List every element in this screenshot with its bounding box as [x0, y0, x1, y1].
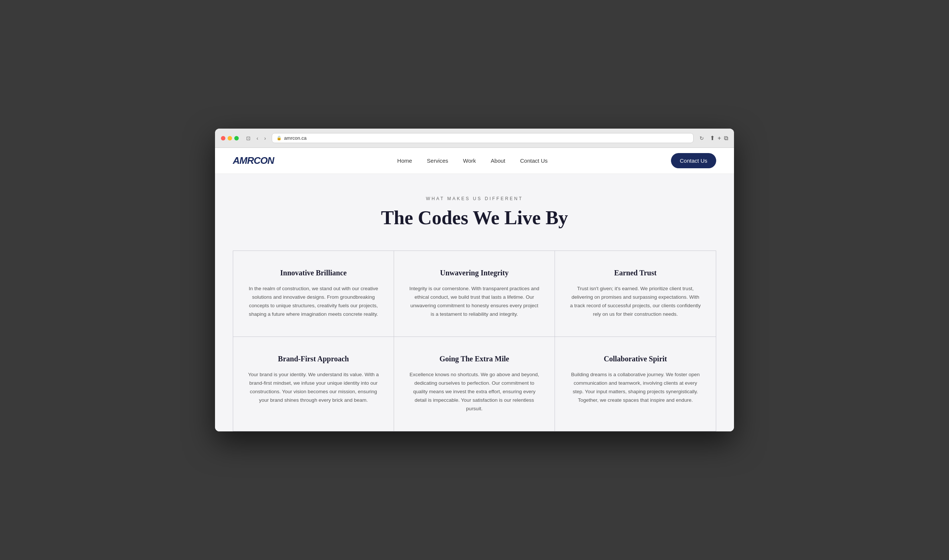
grid-cell-unwavering-integrity: Unwavering Integrity Integrity is our co…	[394, 251, 555, 337]
forward-button[interactable]: ›	[263, 135, 268, 142]
cell-title-collaborative-spirit: Collaborative Spirit	[570, 355, 701, 363]
url-text: amrcon.ca	[284, 135, 306, 141]
cell-body-unwavering-integrity: Integrity is our cornerstone. With trans…	[409, 285, 540, 319]
back-button[interactable]: ‹	[255, 135, 260, 142]
reload-button[interactable]: ↻	[698, 135, 706, 142]
grid-cell-earned-trust: Earned Trust Trust isn't given; it's ear…	[555, 251, 716, 337]
cell-body-collaborative-spirit: Building dreams is a collaborative journ…	[570, 371, 701, 405]
nav-work[interactable]: Work	[463, 157, 476, 164]
nav-home[interactable]: Home	[397, 157, 412, 164]
hero-title: The Codes We Live By	[233, 207, 716, 228]
grid-cell-brand-first: Brand-First Approach Your brand is your …	[233, 337, 394, 431]
browser-actions: ⬆ + ⧉	[710, 135, 728, 142]
minimize-button[interactable]	[228, 136, 232, 140]
cell-title-unwavering-integrity: Unwavering Integrity	[409, 269, 540, 277]
nav-services[interactable]: Services	[427, 157, 449, 164]
browser-controls: ⊡ ‹ ›	[245, 135, 267, 142]
hero-section: WHAT MAKES US DIFFERENT The Codes We Liv…	[215, 174, 734, 243]
share-button[interactable]: ⬆	[710, 135, 715, 142]
new-tab-button[interactable]: +	[718, 135, 721, 142]
grid-cell-collaborative-spirit: Collaborative Spirit Building dreams is …	[555, 337, 716, 431]
windows-button[interactable]: ⧉	[724, 135, 728, 142]
cell-body-extra-mile: Excellence knows no shortcuts. We go abo…	[409, 371, 540, 413]
logo: AMRCON	[233, 155, 274, 166]
close-button[interactable]	[221, 136, 225, 140]
sidebar-toggle[interactable]: ⊡	[245, 135, 252, 142]
grid-cell-innovative-brilliance: Innovative Brilliance In the realm of co…	[233, 251, 394, 337]
cta-button[interactable]: Contact Us	[671, 153, 716, 168]
browser-window: ⊡ ‹ › 🔒 amrcon.ca ↻ ⬆ + ⧉ AMRCON Home Se…	[215, 129, 734, 431]
cell-body-earned-trust: Trust isn't given; it's earned. We prior…	[570, 285, 701, 319]
cell-title-extra-mile: Going The Extra Mile	[409, 355, 540, 363]
hero-subtitle: WHAT MAKES US DIFFERENT	[233, 196, 716, 201]
cell-title-innovative-brilliance: Innovative Brilliance	[248, 269, 379, 277]
cell-title-earned-trust: Earned Trust	[570, 269, 701, 277]
traffic-lights	[221, 136, 239, 140]
nav-contact[interactable]: Contact Us	[520, 157, 548, 164]
lock-icon: 🔒	[277, 135, 282, 140]
maximize-button[interactable]	[234, 136, 239, 140]
navbar: AMRCON Home Services Work About Contact …	[215, 148, 734, 174]
cell-body-innovative-brilliance: In the realm of construction, we stand o…	[248, 285, 379, 319]
browser-chrome: ⊡ ‹ › 🔒 amrcon.ca ↻ ⬆ + ⧉	[215, 129, 734, 148]
cell-body-brand-first: Your brand is your identity. We understa…	[248, 371, 379, 405]
cell-title-brand-first: Brand-First Approach	[248, 355, 379, 363]
address-bar[interactable]: 🔒 amrcon.ca	[272, 133, 693, 143]
page-content: AMRCON Home Services Work About Contact …	[215, 148, 734, 431]
codes-grid: Innovative Brilliance In the realm of co…	[233, 251, 716, 431]
nav-about[interactable]: About	[491, 157, 505, 164]
grid-cell-extra-mile: Going The Extra Mile Excellence knows no…	[394, 337, 555, 431]
nav-links: Home Services Work About Contact Us	[397, 157, 548, 164]
